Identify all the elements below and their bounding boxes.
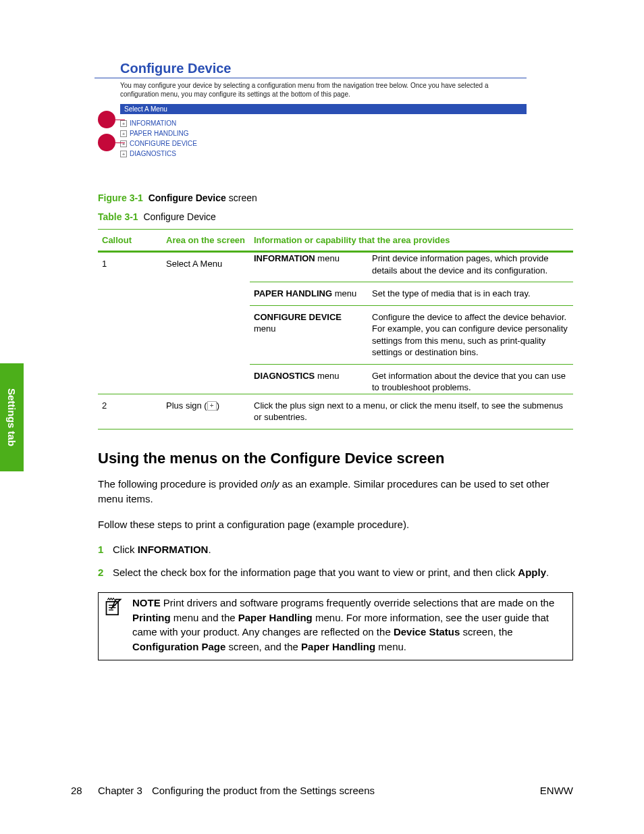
tree-item-information: +INFORMATION bbox=[120, 118, 527, 128]
menu-subtable: INFORMATION menu Print device informatio… bbox=[250, 253, 573, 394]
callout-line-1 bbox=[115, 120, 125, 120]
cell-desc: Click the plus sign next to a menu, or c… bbox=[250, 394, 573, 429]
note-text: NOTE Print drivers and software programs… bbox=[132, 596, 567, 654]
tree-item-configure-device: +CONFIGURE DEVICE bbox=[120, 138, 527, 149]
figure-caption: Figure 3-1 Configure Device screen bbox=[98, 192, 573, 203]
plus-icon: + bbox=[120, 151, 127, 157]
tree-item-diagnostics: +DIAGNOSTICS bbox=[120, 149, 527, 159]
figure-title-bold: Configure Device bbox=[149, 192, 226, 203]
chapter-title: Configuring the product from the Setting… bbox=[152, 785, 540, 796]
table-row: 1 Select A Menu INFORMATION menu Print d… bbox=[98, 252, 573, 394]
table-caption: Table 3-1 Configure Device bbox=[98, 211, 573, 222]
section-heading: Using the menus on the Configure Device … bbox=[98, 450, 573, 467]
tree-label: PAPER HANDLING bbox=[130, 130, 189, 137]
tree-label: DIAGNOSTICS bbox=[130, 150, 176, 157]
tree-item-paper-handling: +PAPER HANDLING bbox=[120, 128, 527, 138]
note-box: NOTE Print drivers and software programs… bbox=[98, 592, 573, 660]
screenshot-title: Configure Device bbox=[95, 61, 527, 78]
callout-dot-2 bbox=[98, 134, 115, 151]
cell-area: Select A Menu bbox=[162, 252, 250, 394]
cell-callout: 1 bbox=[98, 252, 162, 394]
table-title: Configure Device bbox=[143, 211, 215, 222]
plus-icon: + bbox=[120, 120, 127, 127]
list-item: Select the check box for the information… bbox=[98, 565, 573, 580]
screenshot-menu-bar: Select A Menu bbox=[120, 104, 527, 114]
page-number: 28 bbox=[71, 785, 98, 796]
paragraph: Follow these steps to print a configurat… bbox=[98, 517, 573, 532]
menu-desc: Configure the device to affect the devic… bbox=[368, 305, 573, 364]
menu-name: CONFIGURE DEVICE menu bbox=[250, 305, 368, 364]
table-row: 2 Plus sign (+) Click the plus sign next… bbox=[98, 394, 573, 429]
menu-desc: Print device information pages, which pr… bbox=[368, 253, 573, 282]
footer-right: ENWW bbox=[540, 785, 573, 796]
paragraph: The following procedure is provided only… bbox=[98, 477, 573, 506]
menu-name: DIAGNOSTICS menu bbox=[250, 364, 368, 394]
figure-title-rest: screen bbox=[226, 192, 257, 203]
figure-number: Figure 3-1 bbox=[98, 192, 143, 203]
cell-callout: 2 bbox=[98, 394, 162, 429]
plus-icon: + bbox=[120, 130, 127, 137]
menu-desc: Set the type of media that is in each tr… bbox=[368, 282, 573, 306]
menu-name: PAPER HANDLING menu bbox=[250, 282, 368, 306]
list-item: Click INFORMATION. bbox=[98, 542, 573, 557]
menu-name: INFORMATION menu bbox=[250, 253, 368, 282]
plus-icon: + bbox=[120, 140, 127, 147]
page-footer: 28 Chapter 3 Configuring the product fro… bbox=[71, 785, 573, 796]
steps-list: Click INFORMATION. Select the check box … bbox=[98, 542, 573, 580]
chapter-label: Chapter 3 bbox=[98, 785, 142, 796]
th-info: Information or capability that the area … bbox=[250, 230, 573, 252]
callout-line-2 bbox=[115, 142, 125, 143]
screenshot-description: You may configure your device by selecti… bbox=[95, 81, 527, 104]
tree-label: CONFIGURE DEVICE bbox=[130, 140, 197, 147]
note-icon bbox=[104, 596, 123, 654]
callout-dot-1 bbox=[98, 111, 115, 128]
screenshot-tree: +INFORMATION +PAPER HANDLING +CONFIGURE … bbox=[95, 114, 527, 159]
menu-desc: Get information about the device that yo… bbox=[368, 364, 573, 394]
tree-label: INFORMATION bbox=[130, 120, 176, 127]
plus-sign-icon: + bbox=[207, 401, 217, 411]
configure-device-table: Callout Area on the screen Information o… bbox=[98, 229, 573, 429]
figure-screenshot: Configure Device You may configure your … bbox=[98, 61, 573, 159]
side-tab-settings: Settings tab bbox=[0, 363, 24, 471]
cell-area: Plus sign (+) bbox=[162, 394, 250, 429]
table-number: Table 3-1 bbox=[98, 211, 138, 222]
th-callout: Callout bbox=[98, 230, 162, 252]
th-area: Area on the screen bbox=[162, 230, 250, 252]
